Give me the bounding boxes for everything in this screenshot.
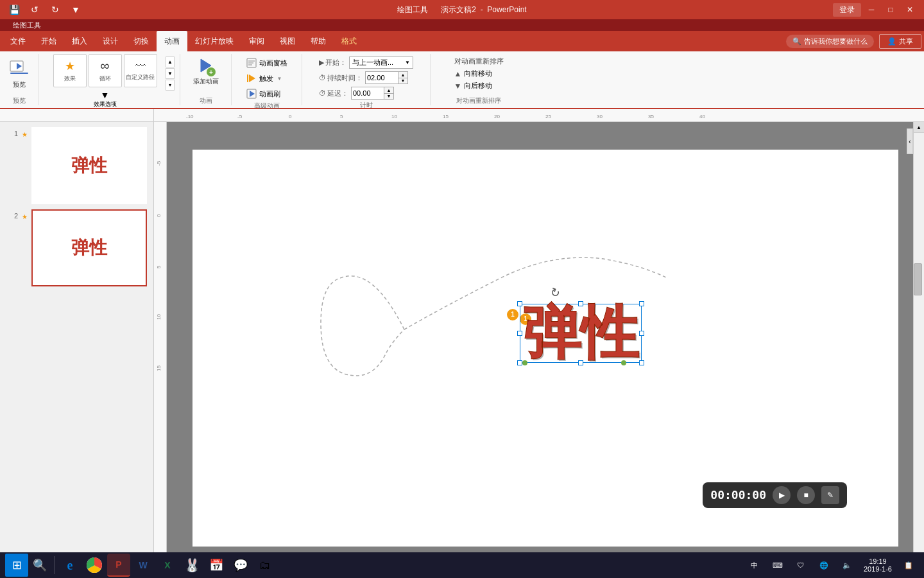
taskbar-security[interactable]: 🛡: [791, 554, 811, 577]
animation-painter-btn[interactable]: 动画刷: [244, 87, 290, 100]
svg-text:5: 5: [156, 265, 162, 268]
taskbar-network[interactable]: 🌐: [814, 554, 834, 577]
timer-stop-btn[interactable]: ■: [797, 486, 815, 504]
handle-ml[interactable]: [517, 331, 522, 336]
taskbar-files[interactable]: 🗂: [253, 554, 277, 577]
handle-bc[interactable]: [578, 360, 583, 365]
start-btn[interactable]: ⊞: [5, 554, 28, 577]
tab-home[interactable]: 开始: [33, 31, 64, 51]
redo-btn[interactable]: ↻: [46, 1, 64, 19]
tab-view[interactable]: 视图: [272, 31, 303, 51]
anim-item-loop[interactable]: ∞ 循环: [89, 54, 122, 87]
login-btn[interactable]: 登录: [833, 3, 861, 17]
green-handle-r[interactable]: [621, 360, 626, 365]
move-earlier-btn[interactable]: ▲ 向前移动: [454, 69, 504, 78]
context-label: 绘图工具: [0, 21, 54, 30]
timer-edit-btn[interactable]: ✎: [821, 486, 839, 504]
effects-row: ▼ 效果选项: [90, 89, 121, 110]
preview-btn[interactable]: 预览: [5, 57, 33, 92]
move-later-btn[interactable]: ▼ 向后移动: [454, 81, 504, 91]
add-animation-btn[interactable]: + 添加动画: [189, 54, 223, 89]
duration-up[interactable]: ▲: [398, 72, 407, 78]
slide-thumb-2[interactable]: 2 ★ 弹性: [5, 209, 148, 286]
handle-tl[interactable]: [517, 301, 522, 306]
cortana-btn[interactable]: 🔍: [30, 555, 50, 575]
text-selection-container: 弹性: [520, 304, 642, 363]
svg-text:-5: -5: [156, 161, 162, 166]
taskbar-edge[interactable]: e: [58, 554, 81, 577]
tab-format[interactable]: 格式: [334, 31, 364, 51]
customize-btn[interactable]: ▼: [67, 1, 85, 19]
tab-design[interactable]: 设计: [95, 31, 126, 51]
taskbar-word[interactable]: W: [132, 554, 155, 577]
taskbar-clock[interactable]: 19:19 2019-1-6: [860, 557, 896, 573]
handle-br[interactable]: [639, 360, 644, 365]
search-box[interactable]: 🔍 告诉我你想要做什么: [786, 35, 874, 48]
rotation-handle[interactable]: ↻: [549, 285, 563, 301]
timer-play-btn[interactable]: ▶: [773, 486, 791, 504]
handle-tc[interactable]: [578, 301, 583, 306]
start-icon: ⊞: [12, 558, 22, 572]
taskbar-volume[interactable]: 🔈: [837, 554, 857, 577]
trigger-btn[interactable]: 触发 ▼: [244, 72, 290, 85]
share-btn[interactable]: 👤 共享: [879, 34, 921, 49]
handle-mr[interactable]: [639, 331, 644, 336]
slide-preview-1[interactable]: 弹性: [31, 127, 147, 204]
start-select[interactable]: 与上一动画... ▼: [349, 57, 413, 69]
title-bar-center: 绘图工具 演示文稿2 - PowerPoint: [397, 4, 526, 15]
svg-text:5: 5: [340, 114, 343, 119]
tab-file[interactable]: 文件: [3, 31, 33, 51]
svg-rect-14: [154, 109, 913, 121]
minimize-btn[interactable]: ─: [862, 1, 880, 19]
add-animation-inner: + 添加动画: [189, 54, 223, 95]
taskbar-chrome[interactable]: [83, 554, 106, 577]
taskbar-ppt[interactable]: P: [107, 554, 130, 577]
tab-slideshow[interactable]: 幻灯片放映: [187, 31, 241, 51]
scroll-thumb[interactable]: [914, 263, 922, 295]
tab-animations[interactable]: 动画: [157, 31, 187, 51]
tab-review[interactable]: 审阅: [241, 31, 272, 51]
delay-spinners: ▲ ▼: [384, 87, 393, 99]
taskbar-notification[interactable]: 📋: [898, 554, 919, 577]
tab-transitions[interactable]: 切换: [126, 31, 157, 51]
effects-options-btn[interactable]: ▼ 效果选项: [90, 89, 121, 110]
anim-item-custom-path[interactable]: 〰 自定义路径: [124, 54, 157, 87]
scroll-up-btn[interactable]: ▲: [914, 122, 924, 133]
handle-bl[interactable]: [517, 360, 522, 365]
duration-down[interactable]: ▼: [398, 78, 407, 84]
svg-text:-5: -5: [237, 114, 243, 119]
duration-icon-label: ⏱ 持续时间：: [319, 73, 363, 83]
taskbar-ime[interactable]: ⌨: [767, 554, 788, 577]
delay-down[interactable]: ▼: [384, 93, 393, 100]
green-handle-l[interactable]: [522, 360, 527, 365]
ruler-v: -5 0 5 10 15: [154, 122, 167, 574]
slide-canvas[interactable]: 1 1 ↻: [193, 150, 898, 547]
delay-up[interactable]: ▲: [384, 87, 393, 93]
delay-input[interactable]: [352, 89, 384, 97]
start-dropdown-icon: ▼: [405, 60, 410, 66]
taskbar-keyboard[interactable]: 中: [744, 554, 765, 577]
slide-thumb-1[interactable]: 1 ★ 弹性: [5, 127, 148, 204]
tab-help[interactable]: 帮助: [303, 31, 334, 51]
slide-preview-2[interactable]: 弹性: [31, 209, 147, 286]
taskbar-calendar[interactable]: 📅: [205, 554, 228, 577]
gallery-expand[interactable]: ▾: [166, 80, 175, 91]
restore-btn[interactable]: □: [882, 1, 900, 19]
share-icon: 👤: [887, 37, 896, 46]
svg-text:40: 40: [699, 114, 705, 119]
undo-btn[interactable]: ↺: [26, 1, 44, 19]
tab-insert[interactable]: 插入: [64, 31, 95, 51]
right-collapse-handle[interactable]: ‹: [907, 128, 913, 154]
quick-access-save[interactable]: 💾: [5, 1, 23, 19]
gallery-scroll-up[interactable]: ▲: [166, 57, 175, 67]
animation-pane-btn[interactable]: 动画窗格: [244, 57, 290, 69]
duration-input[interactable]: [366, 74, 398, 82]
taskbar-excel[interactable]: X: [156, 554, 179, 577]
taskbar-wechat[interactable]: 💬: [229, 554, 252, 577]
gallery-scroll-down[interactable]: ▼: [166, 68, 175, 79]
taskbar-rabbit[interactable]: 🐰: [180, 554, 203, 577]
anim-item-star[interactable]: ★ 效果: [53, 54, 87, 87]
handle-tr[interactable]: [639, 301, 644, 306]
close-btn[interactable]: ✕: [901, 1, 919, 19]
ribbon-group-reorder: 对动画重新排序 ▲ 向前移动 ▼ 向后移动 对动画重新排序: [431, 54, 527, 105]
